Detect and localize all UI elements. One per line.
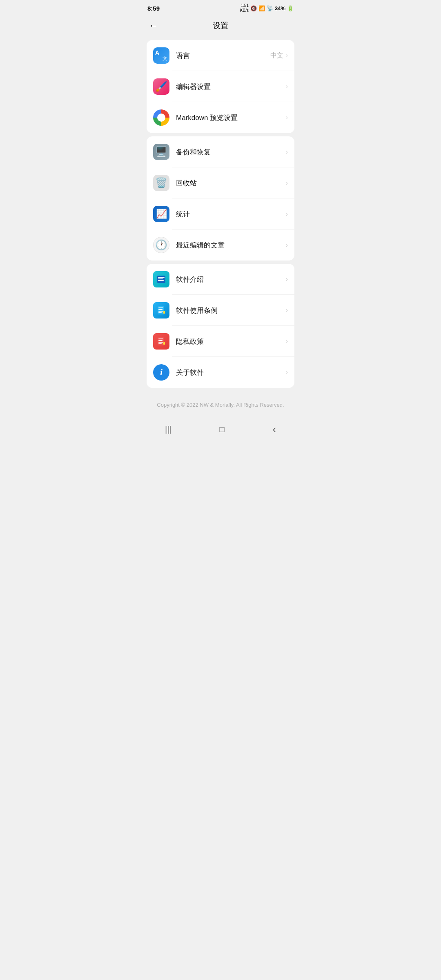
about-icon: i	[153, 364, 169, 381]
stats-icon: 📈	[153, 206, 169, 222]
svg-rect-2	[158, 278, 163, 279]
chevron-icon: ›	[286, 179, 288, 187]
chevron-icon: ›	[286, 114, 288, 121]
terms-icon	[153, 302, 169, 318]
svg-rect-8	[158, 312, 162, 313]
svg-rect-14	[158, 343, 162, 344]
backup-icon: 🖥️	[153, 144, 169, 160]
settings-item-privacy[interactable]: 隐私政策 ›	[147, 326, 294, 357]
app-intro-label: 软件介绍	[176, 275, 286, 284]
wifi-icon: 📡	[267, 5, 273, 11]
section-about: 软件介绍 › 软件使用条例 ›	[147, 264, 294, 388]
battery-text: 34%	[275, 5, 285, 11]
chevron-icon: ›	[286, 307, 288, 314]
privacy-icon	[153, 333, 169, 350]
speed-indicator: 1.51KB/s	[240, 3, 249, 13]
svg-rect-11	[158, 339, 163, 339]
back-button[interactable]: ←	[147, 19, 160, 33]
settings-item-backup[interactable]: 🖥️ 备份和恢复 ›	[147, 136, 294, 167]
chevron-icon: ›	[286, 241, 288, 249]
trash-icon: 🗑️	[153, 175, 169, 191]
svg-rect-7	[158, 311, 163, 312]
markdown-label: Markdown 预览设置	[176, 113, 286, 122]
signal-icon: 📶	[258, 5, 265, 11]
top-bar: ← 设置	[141, 15, 300, 37]
language-label: 语言	[176, 51, 270, 60]
language-value: 中文	[270, 51, 283, 60]
section-data: 🖥️ 备份和恢复 › 🗑️ 回收站 › 📈 统计 › 🕐 最近编辑的文章 ›	[147, 136, 294, 261]
chevron-icon: ›	[286, 148, 288, 156]
svg-rect-6	[158, 309, 163, 310]
status-bar: 8:59 1.51KB/s 🔇 📶 📡 34% 🔋	[141, 0, 300, 15]
home-button[interactable]: □	[209, 422, 234, 437]
section-general: 语言 中文 › 🖌️ 编辑器设置 › Markdown 预览设置 ›	[147, 40, 294, 133]
svg-rect-13	[158, 342, 163, 343]
recent-icon: 🕐	[153, 237, 169, 253]
terms-label: 软件使用条例	[176, 306, 286, 315]
chevron-icon: ›	[286, 369, 288, 376]
recent-label: 最近编辑的文章	[176, 241, 286, 250]
settings-item-editor[interactable]: 🖌️ 编辑器设置 ›	[147, 71, 294, 102]
settings-item-stats[interactable]: 📈 统计 ›	[147, 198, 294, 229]
settings-item-terms[interactable]: 软件使用条例 ›	[147, 295, 294, 326]
svg-rect-12	[158, 340, 163, 341]
battery-icon: 🔋	[287, 5, 294, 11]
chevron-icon: ›	[286, 210, 288, 218]
backup-label: 备份和恢复	[176, 147, 286, 157]
svg-rect-3	[158, 280, 164, 281]
svg-rect-15	[163, 342, 165, 345]
chevron-icon: ›	[286, 52, 288, 59]
status-icons: 1.51KB/s 🔇 📶 📡 34% 🔋	[240, 3, 294, 13]
language-icon	[153, 47, 169, 64]
svg-rect-5	[158, 307, 163, 308]
status-time: 8:59	[147, 5, 160, 12]
nav-bar: ||| □ ‹	[141, 416, 300, 445]
svg-rect-9	[163, 311, 165, 314]
back-nav-button[interactable]: ‹	[263, 421, 286, 438]
mute-icon: 🔇	[250, 5, 257, 11]
settings-item-about[interactable]: i 关于软件 ›	[147, 357, 294, 388]
settings-item-trash[interactable]: 🗑️ 回收站 ›	[147, 167, 294, 198]
stats-label: 统计	[176, 209, 286, 219]
chevron-icon: ›	[286, 83, 288, 90]
recent-apps-button[interactable]: |||	[155, 422, 181, 437]
markdown-icon	[153, 109, 169, 126]
privacy-label: 隐私政策	[176, 337, 286, 346]
settings-item-markdown[interactable]: Markdown 预览设置 ›	[147, 102, 294, 133]
settings-item-app-intro[interactable]: 软件介绍 ›	[147, 264, 294, 295]
editor-icon: 🖌️	[153, 78, 169, 95]
app-intro-icon	[153, 271, 169, 287]
settings-item-recent[interactable]: 🕐 最近编辑的文章 ›	[147, 229, 294, 261]
copyright-text: Copyright © 2022 NW & Moriafly. All Righ…	[141, 391, 300, 416]
svg-rect-1	[158, 277, 165, 278]
trash-label: 回收站	[176, 178, 286, 188]
chevron-icon: ›	[286, 276, 288, 283]
about-label: 关于软件	[176, 368, 286, 377]
page-title: 设置	[213, 20, 228, 31]
chevron-icon: ›	[286, 338, 288, 345]
editor-label: 编辑器设置	[176, 82, 286, 91]
settings-item-language[interactable]: 语言 中文 ›	[147, 40, 294, 71]
